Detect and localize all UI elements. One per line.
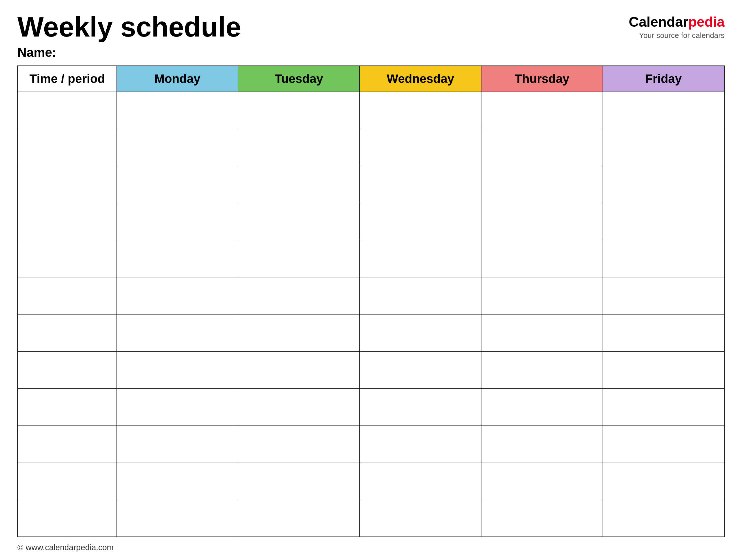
table-row <box>18 92 724 129</box>
col-header-tuesday: Tuesday <box>238 66 360 92</box>
schedule-cell[interactable] <box>360 314 481 351</box>
time-cell[interactable] <box>18 92 116 129</box>
time-cell[interactable] <box>18 166 116 203</box>
schedule-cell[interactable] <box>238 92 360 129</box>
time-cell[interactable] <box>18 389 116 425</box>
schedule-cell[interactable] <box>116 277 238 314</box>
table-row <box>18 166 724 203</box>
table-row <box>18 389 724 425</box>
schedule-cell[interactable] <box>238 425 360 463</box>
time-cell[interactable] <box>18 129 116 166</box>
schedule-cell[interactable] <box>603 500 724 537</box>
time-cell[interactable] <box>18 314 116 351</box>
schedule-cell[interactable] <box>360 389 481 425</box>
logo-text: Calendarpedia <box>629 14 725 30</box>
time-cell[interactable] <box>18 351 116 389</box>
schedule-cell[interactable] <box>116 500 238 537</box>
table-row <box>18 129 724 166</box>
schedule-cell[interactable] <box>116 129 238 166</box>
logo-tagline: Your source for calendars <box>639 31 725 40</box>
schedule-cell[interactable] <box>360 351 481 389</box>
table-row <box>18 351 724 389</box>
col-header-time: Time / period <box>18 66 116 92</box>
schedule-cell[interactable] <box>238 203 360 240</box>
schedule-table: Time / period Monday Tuesday Wednesday T… <box>17 65 725 538</box>
schedule-cell[interactable] <box>360 240 481 277</box>
schedule-cell[interactable] <box>360 129 481 166</box>
page-header: Weekly schedule Name: Calendarpedia Your… <box>17 12 725 60</box>
schedule-cell[interactable] <box>481 389 602 425</box>
time-cell[interactable] <box>18 277 116 314</box>
schedule-cell[interactable] <box>238 314 360 351</box>
time-cell[interactable] <box>18 240 116 277</box>
schedule-cell[interactable] <box>116 351 238 389</box>
schedule-cell[interactable] <box>360 92 481 129</box>
schedule-cell[interactable] <box>603 166 724 203</box>
page-title: Weekly schedule <box>17 12 241 42</box>
schedule-cell[interactable] <box>481 463 602 500</box>
schedule-cell[interactable] <box>238 463 360 500</box>
schedule-cell[interactable] <box>116 203 238 240</box>
footer: © www.calendarpedia.com <box>17 543 725 552</box>
schedule-cell[interactable] <box>603 463 724 500</box>
schedule-cell[interactable] <box>603 389 724 425</box>
schedule-cell[interactable] <box>116 314 238 351</box>
schedule-cell[interactable] <box>116 166 238 203</box>
schedule-cell[interactable] <box>603 425 724 463</box>
schedule-cell[interactable] <box>116 463 238 500</box>
col-header-wednesday: Wednesday <box>360 66 481 92</box>
logo-pedia: pedia <box>688 14 725 30</box>
schedule-cell[interactable] <box>238 240 360 277</box>
schedule-cell[interactable] <box>481 351 602 389</box>
schedule-cell[interactable] <box>238 166 360 203</box>
table-row <box>18 240 724 277</box>
schedule-cell[interactable] <box>481 129 602 166</box>
schedule-cell[interactable] <box>238 277 360 314</box>
time-cell[interactable] <box>18 425 116 463</box>
schedule-cell[interactable] <box>360 463 481 500</box>
schedule-cell[interactable] <box>238 351 360 389</box>
schedule-cell[interactable] <box>360 500 481 537</box>
schedule-cell[interactable] <box>360 203 481 240</box>
schedule-cell[interactable] <box>360 277 481 314</box>
schedule-cell[interactable] <box>481 425 602 463</box>
table-row <box>18 314 724 351</box>
schedule-cell[interactable] <box>603 129 724 166</box>
schedule-cell[interactable] <box>116 92 238 129</box>
schedule-cell[interactable] <box>238 500 360 537</box>
schedule-cell[interactable] <box>481 203 602 240</box>
table-row <box>18 463 724 500</box>
table-header-row: Time / period Monday Tuesday Wednesday T… <box>18 66 724 92</box>
schedule-cell[interactable] <box>360 425 481 463</box>
schedule-cell[interactable] <box>481 500 602 537</box>
table-row <box>18 425 724 463</box>
time-cell[interactable] <box>18 463 116 500</box>
name-label: Name: <box>17 45 241 60</box>
footer-url: © www.calendarpedia.com <box>17 543 114 552</box>
schedule-cell[interactable] <box>481 240 602 277</box>
table-row <box>18 203 724 240</box>
col-header-monday: Monday <box>116 66 238 92</box>
schedule-cell[interactable] <box>481 92 602 129</box>
schedule-cell[interactable] <box>603 92 724 129</box>
schedule-cell[interactable] <box>603 277 724 314</box>
schedule-cell[interactable] <box>603 351 724 389</box>
schedule-cell[interactable] <box>360 166 481 203</box>
table-row <box>18 500 724 537</box>
schedule-cell[interactable] <box>116 240 238 277</box>
time-cell[interactable] <box>18 500 116 537</box>
col-header-friday: Friday <box>603 66 724 92</box>
schedule-cell[interactable] <box>481 166 602 203</box>
col-header-thursday: Thursday <box>481 66 602 92</box>
schedule-cell[interactable] <box>603 240 724 277</box>
schedule-cell[interactable] <box>116 425 238 463</box>
schedule-cell[interactable] <box>481 314 602 351</box>
table-row <box>18 277 724 314</box>
schedule-cell[interactable] <box>116 389 238 425</box>
schedule-cell[interactable] <box>603 203 724 240</box>
schedule-cell[interactable] <box>238 129 360 166</box>
schedule-cell[interactable] <box>603 314 724 351</box>
time-cell[interactable] <box>18 203 116 240</box>
schedule-cell[interactable] <box>238 389 360 425</box>
schedule-cell[interactable] <box>481 277 602 314</box>
